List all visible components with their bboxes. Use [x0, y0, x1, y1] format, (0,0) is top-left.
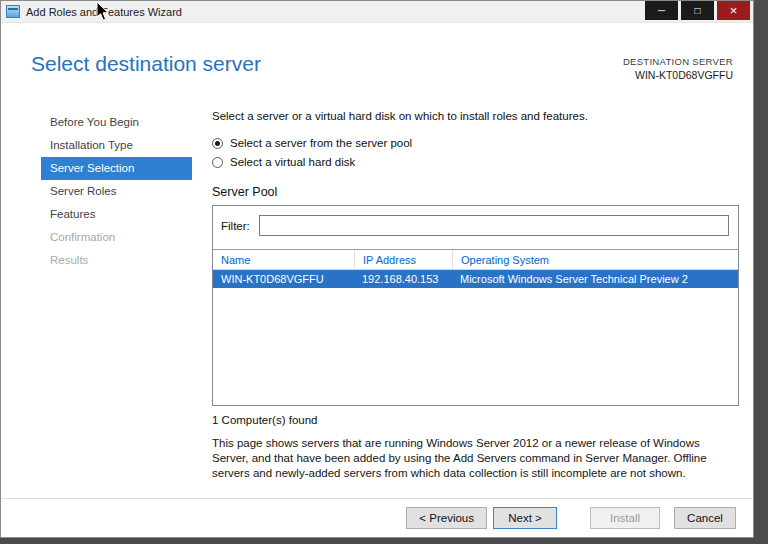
destination-radio-group: Select a server from the server pool Sel…: [212, 137, 739, 168]
titlebar[interactable]: Add Roles and Features Wizard ─ □ ×: [1, 1, 753, 23]
window-title: Add Roles and Features Wizard: [26, 6, 182, 18]
sidebar-item-confirmation: Confirmation: [41, 226, 192, 249]
server-table-empty-area: [213, 288, 738, 405]
previous-button[interactable]: < Previous: [406, 507, 487, 529]
column-header-ip-address[interactable]: IP Address: [354, 250, 452, 269]
next-button[interactable]: Next >: [493, 507, 557, 529]
cell-ip-address: 192.168.40.153: [354, 273, 452, 285]
column-header-name[interactable]: Name: [213, 250, 354, 269]
radio-server-pool-label: Select a server from the server pool: [230, 137, 412, 149]
wizard-icon: [6, 5, 20, 18]
radio-virtual-hard-disk[interactable]: Select a virtual hard disk: [212, 156, 739, 168]
radio-vhd-label: Select a virtual hard disk: [230, 156, 355, 168]
radio-server-pool[interactable]: Select a server from the server pool: [212, 137, 739, 149]
close-button[interactable]: ×: [717, 1, 750, 20]
sidebar-item-before-you-begin[interactable]: Before You Begin: [41, 111, 192, 134]
main-content: Select a server or a virtual hard disk o…: [212, 110, 739, 481]
sidebar-item-server-selection[interactable]: Server Selection: [41, 157, 192, 180]
destination-label: DESTINATION SERVER: [623, 56, 733, 67]
wizard-window: Add Roles and Features Wizard ─ □ × Sele…: [0, 0, 754, 538]
filter-label: Filter:: [221, 220, 250, 232]
sidebar-item-features[interactable]: Features: [41, 203, 192, 226]
wizard-footer: < Previous Next > Install Cancel: [2, 498, 752, 536]
server-pool-title: Server Pool: [212, 185, 739, 199]
column-header-operating-system[interactable]: Operating System: [452, 250, 738, 269]
cancel-button[interactable]: Cancel: [674, 507, 736, 529]
sidebar-item-installation-type[interactable]: Installation Type: [41, 134, 192, 157]
destination-server-name: WIN-KT0D68VGFFU: [623, 69, 733, 81]
close-icon: ×: [730, 4, 738, 17]
minimize-button[interactable]: ─: [645, 1, 678, 20]
page-help-text: This page shows servers that are running…: [212, 436, 739, 481]
table-row[interactable]: WIN-KT0D68VGFFU 192.168.40.153 Microsoft…: [213, 270, 738, 288]
sidebar-item-results: Results: [41, 249, 192, 272]
install-button: Install: [590, 507, 660, 529]
maximize-button[interactable]: □: [681, 1, 714, 20]
filter-row: Filter:: [213, 206, 738, 238]
computers-found-count: 1 Computer(s) found: [212, 414, 739, 426]
server-pool-panel: Filter: Name IP Address Operating System…: [212, 205, 739, 406]
cell-server-name: WIN-KT0D68VGFFU: [213, 273, 354, 285]
cell-operating-system: Microsoft Windows Server Technical Previ…: [452, 273, 738, 285]
page-header: Select destination server DESTINATION SE…: [2, 24, 752, 100]
filter-input[interactable]: [259, 215, 729, 236]
window-controls: ─ □ ×: [645, 1, 750, 20]
radio-selected-icon[interactable]: [212, 138, 223, 149]
page-title: Select destination server: [31, 52, 261, 76]
server-table-header: Name IP Address Operating System: [213, 249, 738, 270]
radio-unselected-icon[interactable]: [212, 157, 223, 168]
wizard-steps-sidebar: Before You Begin Installation Type Serve…: [41, 111, 192, 272]
destination-block: DESTINATION SERVER WIN-KT0D68VGFFU: [623, 56, 733, 81]
maximize-icon: □: [694, 6, 700, 16]
sidebar-item-server-roles[interactable]: Server Roles: [41, 180, 192, 203]
minimize-icon: ─: [658, 6, 665, 16]
intro-text: Select a server or a virtual hard disk o…: [212, 110, 739, 122]
